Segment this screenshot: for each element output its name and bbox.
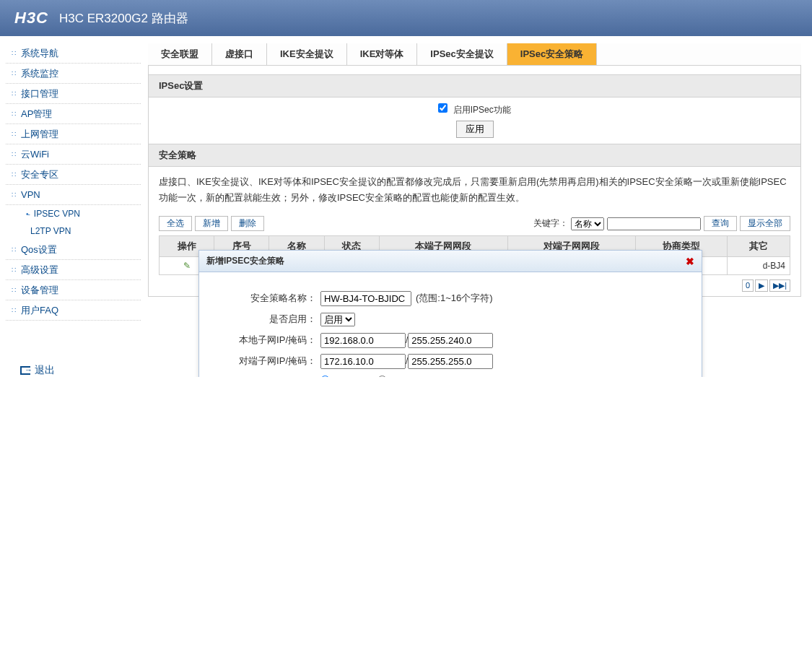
add-button[interactable]: 新增	[195, 216, 228, 231]
sidebar-item-interface[interactable]: ∷接口管理	[6, 84, 141, 104]
policy-name-input[interactable]	[320, 291, 411, 306]
close-icon[interactable]: ✖	[686, 256, 694, 267]
dots-icon: ∷	[12, 191, 15, 199]
page-0[interactable]: 0	[742, 279, 754, 292]
sidebar-item-security[interactable]: ∷安全专区	[6, 165, 141, 185]
th-other: 其它	[728, 236, 790, 257]
tab-ipsec-policy[interactable]: IPSec安全策略	[507, 43, 597, 65]
dots-icon: ∷	[12, 90, 15, 97]
sidebar: ∷系统导航 ∷系统监控 ∷接口管理 ∷AP管理 ∷上网管理 ∷云WiFi ∷安全…	[0, 36, 141, 377]
dots-icon: ∷	[12, 130, 15, 138]
sidebar-item-device[interactable]: ∷设备管理	[6, 280, 141, 300]
local-ip-input[interactable]	[320, 333, 406, 348]
label-local: 本地子网IP/掩码：	[206, 334, 320, 347]
logout-icon	[20, 366, 30, 375]
enable-select[interactable]: 启用	[320, 313, 355, 326]
dots-icon: ∷	[12, 170, 15, 178]
keyword-input[interactable]	[607, 217, 701, 230]
label-enable: 是否启用：	[206, 313, 320, 326]
sidebar-sub-ipsec[interactable]: •-IPSEC VPN	[6, 205, 141, 222]
show-all-button[interactable]: 显示全部	[740, 216, 790, 231]
tab-ike-proposal[interactable]: IKE安全提议	[267, 43, 347, 65]
delete-button[interactable]: 删除	[231, 216, 264, 231]
logo: H3C	[14, 9, 48, 27]
local-mask-input[interactable]	[408, 333, 493, 348]
sidebar-sub-l2tp[interactable]: L2TP VPN	[6, 222, 141, 240]
query-button[interactable]: 查询	[704, 216, 737, 231]
dots-icon: ∷	[12, 110, 15, 118]
keyword-field-select[interactable]: 名称	[571, 217, 604, 230]
sidebar-item-faq[interactable]: ∷用户FAQ	[6, 300, 141, 321]
dots-icon: ∷	[12, 49, 15, 57]
dots-icon: ∷	[12, 150, 15, 158]
label-nego: 协商类型：	[206, 376, 320, 377]
toolbar: 全选 新增 删除 关键字： 名称 查询 显示全部	[149, 213, 800, 235]
sidebar-item-advanced[interactable]: ∷高级设置	[6, 260, 141, 280]
label-name: 安全策略名称：	[206, 292, 320, 305]
tab-ike-peer[interactable]: IKE对等体	[347, 43, 418, 65]
sidebar-item-ap[interactable]: ∷AP管理	[6, 104, 141, 124]
page-next[interactable]: ▶	[755, 279, 768, 292]
dots-icon: ∷	[12, 266, 15, 274]
sidebar-item-cloudwifi[interactable]: ∷云WiFi	[6, 144, 141, 165]
cell-other: d-BJ4	[728, 257, 790, 275]
tab-sa[interactable]: 安全联盟	[148, 43, 212, 65]
dots-icon: ∷	[12, 286, 15, 294]
sidebar-item-vpn[interactable]: ∷VPN	[6, 185, 141, 205]
enable-ipsec-checkbox[interactable]	[438, 103, 448, 113]
modal-header: 新增IPSEC安全策略 ✖	[199, 251, 702, 272]
name-hint: (范围:1~16个字符)	[416, 292, 493, 305]
add-policy-modal: 新增IPSEC安全策略 ✖ 安全策略名称： (范围:1~16个字符) 是否启用：…	[198, 250, 702, 377]
policy-head: 安全策略	[149, 144, 800, 167]
sidebar-item-net[interactable]: ∷上网管理	[6, 124, 141, 144]
app-header: H3C H3C ER3200G2 路由器	[0, 0, 812, 36]
tab-ipsec-proposal[interactable]: IPSec安全提议	[417, 43, 507, 65]
logout-link[interactable]: 退出	[20, 364, 141, 377]
label-remote: 对端子网IP/掩码：	[206, 355, 320, 368]
sidebar-item-qos[interactable]: ∷Qos设置	[6, 240, 141, 260]
dots-icon: ∷	[12, 246, 15, 253]
enable-ipsec-label: 启用IPSec功能	[453, 105, 511, 115]
remote-mask-input[interactable]	[408, 354, 493, 369]
page-last[interactable]: ▶▶|	[769, 279, 790, 292]
select-all-button[interactable]: 全选	[159, 216, 192, 231]
modal-title: 新增IPSEC安全策略	[206, 255, 284, 267]
edit-icon[interactable]: ✎	[183, 261, 191, 271]
ipsec-settings-head: IPSec设置	[149, 74, 800, 97]
apply-button[interactable]: 应用	[456, 121, 494, 138]
dot-icon: •-	[26, 210, 30, 218]
nego-ike-radio[interactable]	[320, 376, 330, 377]
keyword-label: 关键字：	[533, 217, 568, 230]
sidebar-item-monitor[interactable]: ∷系统监控	[6, 64, 141, 84]
product-title: H3C ER3200G2 路由器	[59, 10, 188, 27]
tabs: 安全联盟 虚接口 IKE安全提议 IKE对等体 IPSec安全提议 IPSec安…	[148, 43, 801, 66]
tab-vif[interactable]: 虚接口	[212, 43, 267, 65]
dots-icon: ∷	[12, 306, 15, 314]
policy-desc: 虚接口、IKE安全提议、IKE对等体和IPSEC安全提议的配置都修改完成后，只需…	[149, 167, 800, 213]
nego-manual-radio[interactable]	[377, 376, 387, 377]
remote-ip-input[interactable]	[320, 354, 406, 369]
main-content: 安全联盟 虚接口 IKE安全提议 IKE对等体 IPSec安全提议 IPSec安…	[141, 36, 812, 377]
dots-icon: ∷	[12, 69, 15, 77]
sidebar-item-nav[interactable]: ∷系统导航	[6, 43, 141, 64]
